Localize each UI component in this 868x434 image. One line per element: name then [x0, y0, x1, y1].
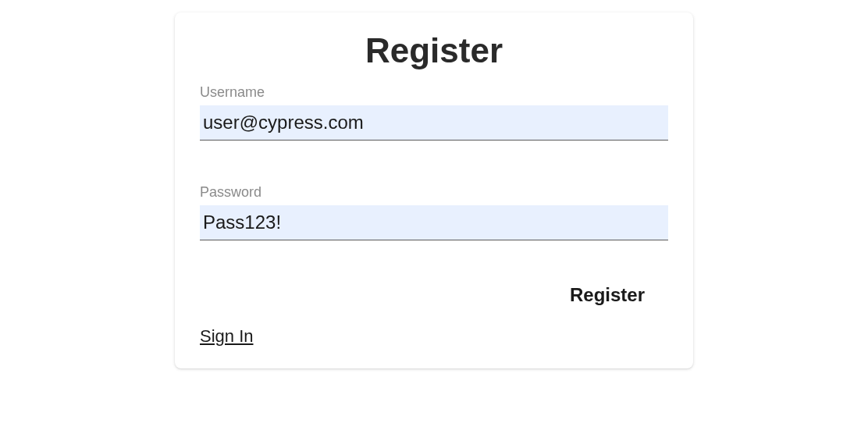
password-label: Password: [200, 184, 668, 201]
register-card: Register Username Password Register Sign…: [175, 12, 693, 368]
username-label: Username: [200, 84, 668, 101]
sign-in-link[interactable]: Sign In: [200, 326, 254, 347]
form-actions: Register: [200, 284, 668, 306]
username-input[interactable]: [200, 105, 668, 141]
page-title: Register: [200, 31, 668, 70]
username-field: Username: [200, 84, 668, 141]
register-button[interactable]: Register: [570, 284, 645, 306]
password-field: Password: [200, 184, 668, 240]
password-input[interactable]: [200, 205, 668, 240]
